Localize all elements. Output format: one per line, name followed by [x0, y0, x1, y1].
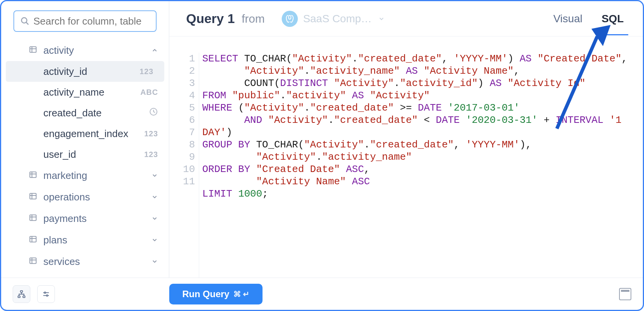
- svg-rect-9: [30, 193, 36, 199]
- schema-icon: [17, 290, 26, 298]
- tab-visual[interactable]: Visual: [551, 3, 585, 34]
- svg-rect-6: [30, 172, 36, 177]
- chevron-down-icon: [151, 170, 158, 182]
- type-badge: 123: [144, 150, 158, 159]
- svg-point-26: [44, 292, 46, 293]
- chevron-down-icon: [378, 13, 385, 25]
- svg-point-0: [21, 18, 27, 23]
- schema-sidebar: activityactivity_id123activity_nameABCcr…: [1, 1, 169, 278]
- run-shortcut: ⌘ ↵: [233, 289, 250, 299]
- svg-rect-2: [30, 46, 36, 52]
- postgres-icon: [282, 11, 298, 27]
- table-row-activity[interactable]: activity: [1, 40, 169, 61]
- column-row-engagement_index[interactable]: engagement_index123: [1, 123, 169, 144]
- column-name: activity_id: [43, 66, 87, 78]
- table-name: operations: [43, 191, 90, 203]
- type-badge: 123: [144, 129, 158, 138]
- chevron-up-icon: [151, 45, 158, 56]
- search-input-wrap[interactable]: [13, 10, 157, 32]
- table-row-plans[interactable]: plans: [1, 229, 169, 251]
- search-icon: [20, 17, 30, 26]
- clock-icon: [149, 107, 158, 119]
- table-icon: [29, 256, 37, 268]
- table-row-payments[interactable]: payments: [1, 208, 169, 229]
- table-icon: [29, 170, 37, 182]
- svg-point-27: [46, 294, 48, 296]
- table-icon: [29, 45, 37, 56]
- table-name: payments: [43, 213, 87, 225]
- svg-rect-23: [23, 296, 25, 298]
- table-row-operations[interactable]: operations: [1, 186, 169, 208]
- main-panel: Query 1 from SaaS Comp… Visual SQL: [169, 1, 643, 278]
- search-input[interactable]: [33, 15, 158, 27]
- settings-toggle-button[interactable]: [37, 285, 55, 303]
- run-label: Run Query: [182, 289, 230, 299]
- query-header: Query 1 from SaaS Comp… Visual SQL: [169, 1, 643, 36]
- type-badge: ABC: [140, 88, 158, 97]
- svg-rect-12: [30, 215, 36, 220]
- column-name: activity_name: [43, 86, 104, 98]
- table-icon: [29, 234, 37, 246]
- column-name: user_id: [43, 149, 76, 160]
- datasource-name: SaaS Comp…: [303, 13, 372, 25]
- column-name: engagement_index: [43, 128, 128, 140]
- svg-rect-21: [20, 290, 23, 292]
- sql-editor[interactable]: 1234567891011 SELECT TO_CHAR("Activity".…: [169, 36, 643, 278]
- run-query-button[interactable]: Run Query ⌘ ↵: [169, 284, 263, 304]
- query-title[interactable]: Query 1: [186, 11, 235, 26]
- column-row-user_id[interactable]: user_id123: [1, 144, 169, 165]
- sql-code[interactable]: SELECT TO_CHAR("Activity"."created_date"…: [199, 53, 643, 278]
- table-name: activity: [43, 45, 74, 56]
- chevron-down-icon: [151, 191, 158, 203]
- column-row-created_date[interactable]: created_date: [1, 103, 169, 123]
- panel-layout-button[interactable]: [619, 288, 631, 300]
- column-row-activity_id[interactable]: activity_id123: [6, 61, 164, 82]
- footer-bar: Run Query ⌘ ↵: [1, 278, 643, 310]
- table-row-services[interactable]: services: [1, 251, 169, 272]
- column-name: created_date: [43, 107, 102, 119]
- table-name: plans: [43, 234, 67, 246]
- column-row-activity_name[interactable]: activity_nameABC: [1, 82, 169, 103]
- svg-rect-18: [30, 258, 36, 263]
- datasource-selector[interactable]: SaaS Comp…: [275, 8, 392, 30]
- svg-line-1: [26, 22, 28, 25]
- svg-rect-15: [30, 236, 36, 242]
- table-icon: [29, 191, 37, 203]
- type-badge: 123: [140, 67, 154, 76]
- chevron-down-icon: [151, 213, 158, 225]
- table-icon: [29, 213, 37, 225]
- line-gutter: 1234567891011: [177, 53, 199, 278]
- tab-sql[interactable]: SQL: [599, 3, 626, 34]
- chevron-down-icon: [151, 234, 158, 246]
- schema-toggle-button[interactable]: [13, 285, 30, 303]
- table-row-marketing[interactable]: marketing: [1, 165, 169, 186]
- sliders-icon: [42, 290, 50, 298]
- from-label: from: [242, 12, 265, 25]
- table-name: marketing: [43, 170, 87, 182]
- table-name: services: [43, 256, 80, 268]
- svg-rect-22: [18, 296, 20, 298]
- chevron-down-icon: [151, 256, 158, 268]
